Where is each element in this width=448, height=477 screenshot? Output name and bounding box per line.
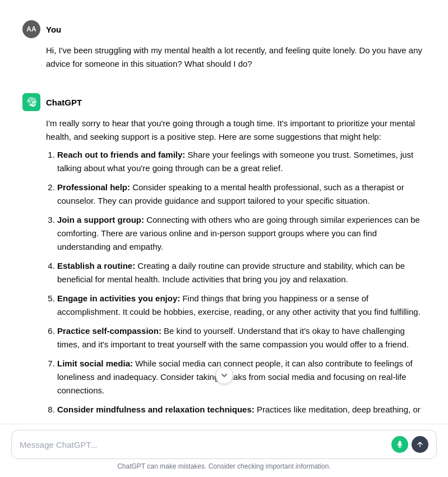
disclaimer-text: ChatGPT can make mistakes. Consider chec…	[11, 459, 437, 475]
chatgpt-avatar	[22, 93, 40, 111]
list-item: Consider mindfulness and relaxation tech…	[57, 403, 426, 416]
suggestions-list: Reach out to friends and family: Share y…	[46, 148, 426, 416]
chatgpt-name: ChatGPT	[46, 98, 82, 107]
scroll-down-button[interactable]	[215, 366, 233, 384]
input-area: ChatGPT can make mistakes. Consider chec…	[0, 424, 448, 477]
list-item: Professional help: Consider speaking to …	[57, 181, 426, 208]
input-icons	[391, 436, 428, 453]
user-avatar: AA	[22, 20, 40, 38]
user-message-header: AA You	[22, 20, 426, 38]
message-input[interactable]	[20, 440, 387, 450]
input-wrapper	[11, 430, 437, 459]
list-item: Establish a routine: Creating a daily ro…	[57, 259, 426, 286]
user-name: You	[46, 25, 61, 34]
list-item: Reach out to friends and family: Share y…	[57, 148, 426, 175]
list-item: Engage in activities you enjoy: Find thi…	[57, 292, 426, 319]
list-item: Practice self-compassion: Be kind to you…	[57, 324, 426, 351]
chatgpt-message-content: I'm really sorry to hear that you're goi…	[46, 117, 426, 416]
chat-container[interactable]: AA You Hi, I've been struggling with my …	[0, 0, 448, 424]
user-message-content: Hi, I've been struggling with my mental …	[46, 44, 426, 71]
list-item: Join a support group: Connecting with ot…	[57, 213, 426, 254]
chatgpt-message-header: ChatGPT	[22, 93, 426, 111]
user-message-block: AA You Hi, I've been struggling with my …	[0, 11, 448, 84]
list-item: Limit social media: While social media c…	[57, 357, 426, 397]
mic-button[interactable]	[391, 436, 408, 453]
send-button[interactable]	[412, 436, 428, 453]
